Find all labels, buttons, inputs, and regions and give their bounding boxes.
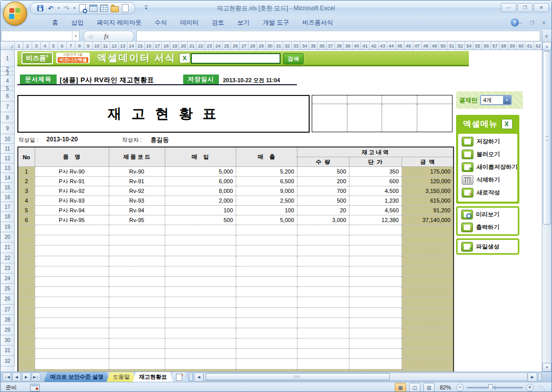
- column-header-45[interactable]: 45: [396, 42, 405, 50]
- zoom-slider-handle[interactable]: [488, 384, 493, 390]
- cell-empty[interactable]: [297, 338, 349, 349]
- cell-empty[interactable]: [18, 246, 35, 256]
- row-header-14[interactable]: 14: [1, 173, 15, 183]
- cell-empty[interactable]: [35, 246, 109, 256]
- cell-empty[interactable]: [165, 297, 236, 307]
- column-header-13[interactable]: 13: [119, 42, 128, 50]
- cell-sell[interactable]: 6,500: [236, 177, 297, 186]
- cell-qty[interactable]: 500: [297, 167, 349, 177]
- zoom-level[interactable]: 82%: [440, 384, 451, 390]
- insert-function-button[interactable]: fx: [83, 31, 134, 42]
- cell-empty[interactable]: [18, 338, 35, 349]
- cell-buy[interactable]: 500: [165, 215, 236, 225]
- cell-empty[interactable]: [35, 317, 109, 328]
- header-price[interactable]: 단 가: [349, 157, 402, 167]
- column-header-9[interactable]: 9: [84, 42, 93, 50]
- cell-no[interactable]: 4: [18, 196, 35, 206]
- cell-empty[interactable]: [236, 246, 297, 256]
- column-header-12[interactable]: 12: [110, 42, 119, 50]
- column-header-47[interactable]: 47: [413, 42, 422, 50]
- cell-empty[interactable]: [236, 359, 297, 369]
- cell-empty[interactable]: [236, 287, 297, 297]
- column-header-14[interactable]: 14: [128, 42, 136, 50]
- row-header-24[interactable]: 24: [1, 274, 15, 284]
- cell-empty[interactable]: [297, 256, 349, 266]
- cell-empty[interactable]: [297, 359, 349, 369]
- zoom-out-icon[interactable]: −: [456, 384, 464, 391]
- cell-empty[interactable]: [297, 328, 349, 338]
- cell-empty[interactable]: [236, 276, 297, 286]
- cell-empty[interactable]: [35, 235, 109, 246]
- row-header-8[interactable]: 8: [1, 112, 15, 123]
- row-header-26[interactable]: 26: [1, 294, 15, 304]
- menu-button-trash[interactable]: 삭제하기: [458, 174, 517, 186]
- cell-empty[interactable]: [402, 225, 454, 235]
- column-header-23[interactable]: 23: [205, 42, 214, 50]
- column-header-40[interactable]: 40: [353, 42, 361, 50]
- cell-empty[interactable]: [109, 359, 165, 369]
- cell-sell[interactable]: 100: [236, 206, 297, 215]
- column-header-42[interactable]: 42: [370, 42, 379, 50]
- cell-buy[interactable]: 100: [165, 206, 236, 215]
- cell-empty[interactable]: [35, 266, 109, 276]
- scroll-right-icon[interactable]: ▶: [528, 373, 537, 382]
- customize-qat-icon[interactable]: ▼: [144, 6, 148, 11]
- prev-sheet-icon[interactable]: ◀: [12, 373, 21, 381]
- column-header-4[interactable]: 4: [41, 42, 49, 50]
- cell-empty[interactable]: [109, 317, 165, 328]
- cell-empty[interactable]: [297, 276, 349, 286]
- cell-empty[interactable]: [402, 276, 454, 286]
- cell-empty[interactable]: [349, 235, 402, 246]
- column-header-25[interactable]: 25: [222, 42, 231, 50]
- tab-split-handle[interactable]: [189, 373, 193, 381]
- cell-empty[interactable]: [402, 307, 454, 317]
- cell-qty[interactable]: 20: [297, 206, 349, 215]
- column-header-34[interactable]: 34: [300, 42, 309, 50]
- cell-price[interactable]: 350: [349, 167, 402, 177]
- row-header-9[interactable]: 9: [1, 123, 15, 134]
- select-all-corner[interactable]: [1, 42, 15, 50]
- workbook-close-button[interactable]: ✕: [539, 19, 549, 27]
- cell-empty[interactable]: [109, 266, 165, 276]
- column-header-37[interactable]: 37: [327, 42, 335, 50]
- cell-empty[interactable]: [236, 338, 297, 349]
- header-no[interactable]: No: [18, 147, 35, 167]
- column-header-29[interactable]: 29: [257, 42, 266, 50]
- cell-empty[interactable]: [297, 297, 349, 307]
- normal-view-button[interactable]: ▦: [395, 383, 406, 392]
- cell-buy[interactable]: 6,000: [165, 177, 236, 186]
- cell-name[interactable]: P사 Rv-95: [35, 215, 109, 225]
- ribbon-tab-데이터[interactable]: 데이터: [173, 16, 205, 30]
- cell-empty[interactable]: [165, 359, 236, 369]
- cell-empty[interactable]: [109, 276, 165, 286]
- restore-button[interactable]: ❐: [517, 3, 533, 12]
- cell-name[interactable]: P사 Rv-92: [35, 186, 109, 196]
- cell-qty[interactable]: 200: [297, 177, 349, 186]
- sheet-tab-도움말[interactable]: 도움말: [107, 372, 136, 382]
- cell-empty[interactable]: [297, 225, 349, 235]
- column-header-26[interactable]: 26: [231, 42, 240, 50]
- cell-amount[interactable]: 37,140,000: [402, 215, 454, 225]
- menu-button-save-down[interactable]: ↓불러오기: [458, 148, 517, 161]
- page-layout-view-button[interactable]: ◫: [409, 383, 420, 392]
- cell-empty[interactable]: [349, 266, 402, 276]
- cell-sell[interactable]: 9,000: [236, 186, 297, 196]
- ribbon-expand-chevron-icon[interactable]: »: [542, 30, 551, 42]
- office-button[interactable]: [3, 2, 27, 26]
- cell-empty[interactable]: [402, 287, 454, 297]
- cell-empty[interactable]: [236, 328, 297, 338]
- cell-empty[interactable]: [297, 287, 349, 297]
- ribbon-tab-보기[interactable]: 보기: [231, 16, 256, 30]
- column-header-22[interactable]: 22: [196, 42, 205, 50]
- cell-empty[interactable]: [236, 256, 297, 266]
- column-header-6[interactable]: 6: [58, 42, 67, 50]
- row-header-11[interactable]: 11: [1, 144, 15, 154]
- column-header-33[interactable]: 33: [292, 42, 300, 50]
- column-header-56[interactable]: 56: [482, 42, 491, 50]
- cell-empty[interactable]: [18, 359, 35, 369]
- cell-empty[interactable]: [236, 349, 297, 359]
- cell-empty[interactable]: [402, 297, 454, 307]
- cell-no[interactable]: 1: [18, 167, 35, 177]
- cell-empty[interactable]: [236, 307, 297, 317]
- chevron-down-icon[interactable]: ▼: [503, 96, 511, 104]
